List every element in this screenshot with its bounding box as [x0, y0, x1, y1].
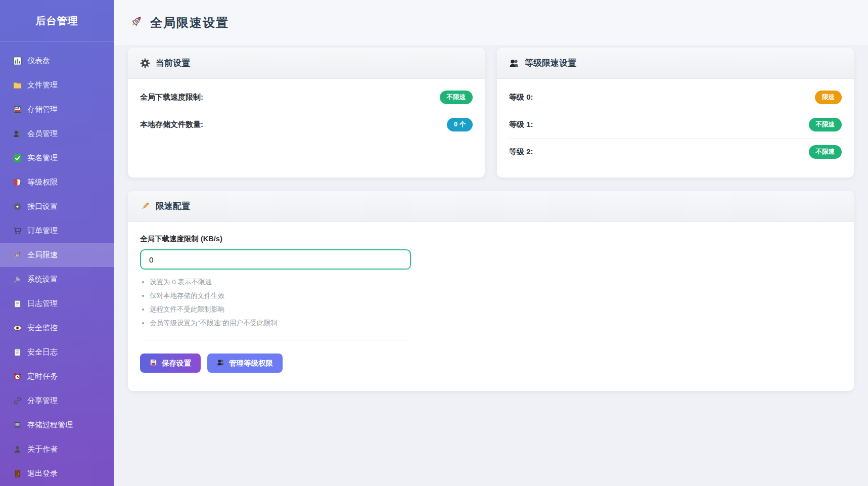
sidebar-item-label: 退出登录 [27, 469, 58, 478]
speed-input-label: 全局下载速度限制 (KB/s) [140, 234, 842, 244]
sidebar-item-logout[interactable]: 退出登录 [0, 461, 114, 485]
sidebar-item-orders[interactable]: 订单管理 [0, 218, 114, 243]
top-cards-row: 当前设置 全局下载速度限制: 不限速 本地存储文件数量: 0 个 [128, 48, 854, 178]
sidebar-item-label: 定时任务 [27, 372, 58, 381]
eye-icon [13, 324, 22, 332]
users-icon [217, 359, 224, 368]
sidebar-item-members[interactable]: 会员管理 [0, 121, 114, 146]
sidebar-item-stored-procedures[interactable]: 存储过程管理 [0, 413, 114, 437]
app-window: 后台管理 仪表盘 文件管理 存储管理 会员管理 实名管理 [0, 0, 868, 486]
cart-icon [13, 227, 22, 235]
level-settings-card-header: 等级限速设置 [497, 48, 854, 79]
pencil-icon [140, 201, 150, 211]
sidebar-item-label: 安全日志 [27, 347, 58, 357]
sidebar-item-label: 存储过程管理 [27, 420, 73, 430]
rocket-icon [13, 251, 22, 259]
info-label: 等级 1: [509, 120, 533, 129]
content: 当前设置 全局下载速度限制: 不限速 本地存储文件数量: 0 个 [114, 45, 868, 391]
card-title: 等级限速设置 [525, 57, 576, 69]
sidebar-item-storage[interactable]: 存储管理 [0, 97, 114, 121]
sidebar-item-label: 会员管理 [27, 129, 58, 139]
person-icon [13, 445, 22, 454]
sidebar-item-api-settings[interactable]: 接口设置 [0, 194, 114, 218]
note-item: 远程文件不受此限制影响 [150, 305, 842, 314]
current-settings-card-header: 当前设置 [128, 48, 485, 79]
alarm-clock-icon [13, 372, 22, 381]
sidebar-item-label: 分享管理 [27, 396, 58, 406]
sidebar-item-system-settings[interactable]: 系统设置 [0, 267, 114, 291]
config-notes: 设置为 0 表示不限速 仅对本地存储的文件生效 远程文件不受此限制影响 会员等级… [140, 278, 842, 328]
page-icon [13, 348, 22, 357]
sidebar-item-files[interactable]: 文件管理 [0, 73, 114, 97]
sidebar-item-dashboard[interactable]: 仪表盘 [0, 49, 114, 73]
card-title: 当前设置 [156, 57, 190, 69]
status-badge: 限速 [815, 91, 842, 104]
page-title: 全局限速设置 [150, 15, 229, 31]
rocket-icon [129, 15, 143, 31]
sidebar-item-security-logs[interactable]: 安全日志 [0, 340, 114, 364]
sidebar: 后台管理 仪表盘 文件管理 存储管理 会员管理 实名管理 [0, 0, 114, 486]
speed-config-card-body: 全局下载速度限制 (KB/s) 设置为 0 表示不限速 仅对本地存储的文件生效 … [128, 222, 854, 391]
page-header: 全局限速设置 [114, 0, 868, 45]
note-item: 设置为 0 表示不限速 [150, 278, 842, 287]
sidebar-item-global-speed-limit[interactable]: 全局限速 [0, 243, 114, 267]
sidebar-item-label: 日志管理 [27, 299, 58, 308]
save-settings-button[interactable]: 保存设置 [140, 354, 201, 373]
sidebar-item-realname[interactable]: 实名管理 [0, 146, 114, 170]
info-label: 等级 0: [509, 93, 533, 102]
floppy-icon [13, 105, 22, 114]
info-row-local-file-count: 本地存储文件数量: 0 个 [140, 111, 473, 138]
floppy-icon [150, 359, 157, 368]
speed-limit-input[interactable] [140, 249, 411, 270]
link-icon [13, 396, 22, 405]
door-icon [13, 469, 22, 478]
sidebar-item-about-author[interactable]: 关于作者 [0, 437, 114, 461]
users-icon [13, 129, 22, 138]
gear-icon [140, 58, 150, 68]
sidebar-item-level-perms[interactable]: 等级权限 [0, 170, 114, 194]
bar-chart-icon [13, 57, 22, 65]
info-row-level-2: 等级 2: 不限速 [509, 139, 842, 165]
sidebar-item-label: 接口设置 [27, 202, 58, 211]
folder-icon [13, 81, 22, 90]
level-settings-card-body: 等级 0: 限速 等级 1: 不限速 等级 2: 不限速 [497, 79, 854, 178]
sidebar-item-label: 安全监控 [27, 323, 58, 333]
info-label: 等级 2: [509, 147, 533, 157]
sidebar-item-label: 实名管理 [27, 153, 58, 163]
speed-config-card: 限速配置 全局下载速度限制 (KB/s) 设置为 0 表示不限速 仅对本地存储的… [128, 191, 854, 391]
gear-icon [13, 202, 22, 211]
sidebar-item-security-monitor[interactable]: 安全监控 [0, 316, 114, 340]
status-badge: 不限速 [809, 118, 842, 131]
save-settings-button-label: 保存设置 [162, 359, 191, 368]
sidebar-item-label: 关于作者 [27, 445, 58, 454]
info-row-level-0: 等级 0: 限速 [509, 84, 842, 111]
info-label: 全局下载速度限制: [140, 93, 203, 102]
info-label: 本地存储文件数量: [140, 120, 203, 129]
sidebar-item-scheduled-tasks[interactable]: 定时任务 [0, 364, 114, 388]
note-item: 会员等级设置为"不限速"的用户不受此限制 [150, 319, 842, 328]
card-title: 限速配置 [156, 200, 190, 212]
current-settings-card: 当前设置 全局下载速度限制: 不限速 本地存储文件数量: 0 个 [128, 48, 485, 178]
sidebar-item-label: 存储管理 [27, 105, 58, 114]
main-area: 全局限速设置 当前设置 全局下载速度限制: 不限速 [114, 0, 868, 486]
sidebar-item-shares[interactable]: 分享管理 [0, 388, 114, 413]
sidebar-item-logs[interactable]: 日志管理 [0, 291, 114, 316]
level-settings-card: 等级限速设置 等级 0: 限速 等级 1: 不限速 等级 2: [497, 48, 854, 178]
info-row-level-1: 等级 1: 不限速 [509, 111, 842, 139]
manage-level-perms-button[interactable]: 管理等级权限 [207, 354, 283, 373]
manage-level-perms-button-label: 管理等级权限 [229, 359, 273, 368]
users-icon [509, 58, 519, 68]
shield-icon [13, 178, 22, 187]
status-badge: 不限速 [440, 91, 473, 104]
sidebar-item-label: 仪表盘 [27, 56, 50, 66]
form-divider [140, 340, 411, 340]
laptop-icon [13, 421, 22, 429]
status-badge: 0 个 [447, 118, 473, 131]
sidebar-nav: 仪表盘 文件管理 存储管理 会员管理 实名管理 等级权限 [0, 41, 114, 485]
notepad-icon [13, 299, 22, 308]
note-item: 仅对本地存储的文件生效 [150, 291, 842, 300]
sidebar-item-label: 全局限速 [27, 250, 58, 260]
sidebar-item-label: 订单管理 [27, 226, 58, 236]
speed-config-card-header: 限速配置 [128, 191, 854, 222]
sidebar-title: 后台管理 [0, 0, 114, 41]
